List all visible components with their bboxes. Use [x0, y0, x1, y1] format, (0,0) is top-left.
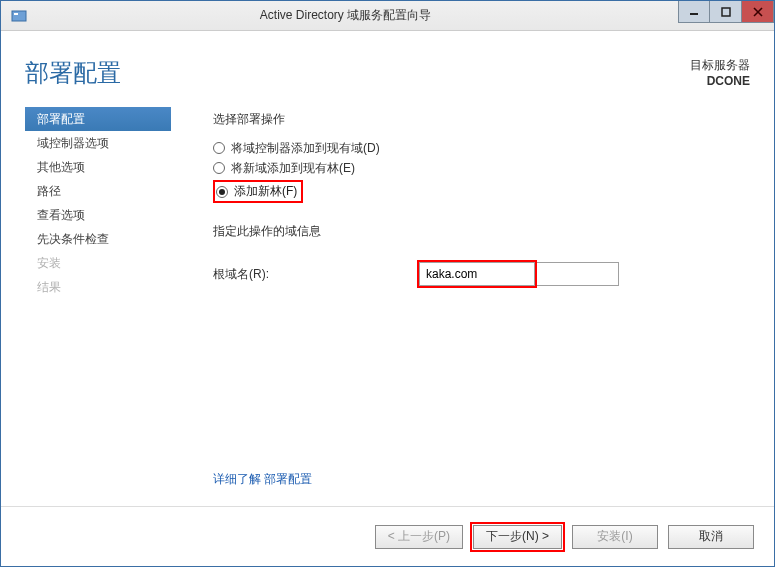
wizard-footer: < 上一步(P) 下一步(N) > 安装(I) 取消: [1, 506, 774, 566]
radio-add-new-forest[interactable]: 添加新林(F): [213, 180, 303, 203]
target-server-box: 目标服务器 DCONE: [690, 57, 750, 89]
root-domain-label: 根域名(R):: [213, 266, 417, 283]
target-server-label: 目标服务器: [690, 57, 750, 74]
root-domain-input-extend[interactable]: [537, 262, 619, 286]
sidebar-item-view-options[interactable]: 查看选项: [25, 203, 171, 227]
domain-info-label: 指定此操作的域信息: [213, 223, 750, 240]
prev-button[interactable]: < 上一步(P): [375, 525, 463, 549]
form-area: 选择部署操作 将域控制器添加到现有域(D) 将新域添加到现有林(E) 添加新林(…: [171, 107, 774, 506]
sidebar-item-deploy-config[interactable]: 部署配置: [25, 107, 171, 131]
cancel-button[interactable]: 取消: [668, 525, 754, 549]
sidebar-item-result: 结果: [25, 275, 171, 299]
radio-add-dc-existing-domain[interactable]: 将域控制器添加到现有域(D): [213, 138, 750, 158]
radio-icon: [213, 162, 225, 174]
svg-rect-0: [12, 11, 26, 21]
radio-icon: [216, 186, 228, 198]
sidebar-item-paths[interactable]: 路径: [25, 179, 171, 203]
sidebar-item-dc-options[interactable]: 域控制器选项: [25, 131, 171, 155]
titlebar: Active Directory 域服务配置向导: [1, 1, 774, 31]
radio-label: 添加新林(F): [234, 183, 297, 200]
operation-label: 选择部署操作: [213, 111, 750, 128]
target-server-name: DCONE: [690, 74, 750, 88]
close-button[interactable]: [742, 1, 774, 23]
install-button[interactable]: 安装(I): [572, 525, 658, 549]
window-controls: [678, 1, 774, 23]
app-icon: [7, 4, 31, 28]
root-domain-highlight: [417, 260, 537, 288]
maximize-button[interactable]: [710, 1, 742, 23]
svg-rect-3: [722, 8, 730, 16]
page-title: 部署配置: [25, 57, 121, 89]
next-button[interactable]: 下一步(N) >: [473, 525, 562, 549]
sidebar-item-other-options[interactable]: 其他选项: [25, 155, 171, 179]
learn-more-link[interactable]: 详细了解 部署配置: [213, 471, 312, 488]
minimize-button[interactable]: [678, 1, 710, 23]
sidebar-item-install: 安装: [25, 251, 171, 275]
sidebar-item-prereq-check[interactable]: 先决条件检查: [25, 227, 171, 251]
radio-label: 将域控制器添加到现有域(D): [231, 140, 380, 157]
window-title: Active Directory 域服务配置向导: [37, 7, 774, 24]
radio-icon: [213, 142, 225, 154]
radio-add-domain-existing-forest[interactable]: 将新域添加到现有林(E): [213, 158, 750, 178]
svg-rect-1: [14, 13, 18, 15]
root-domain-input[interactable]: [419, 262, 535, 286]
wizard-sidebar: 部署配置 域控制器选项 其他选项 路径 查看选项 先决条件检查 安装 结果: [1, 107, 171, 506]
radio-label: 将新域添加到现有林(E): [231, 160, 355, 177]
